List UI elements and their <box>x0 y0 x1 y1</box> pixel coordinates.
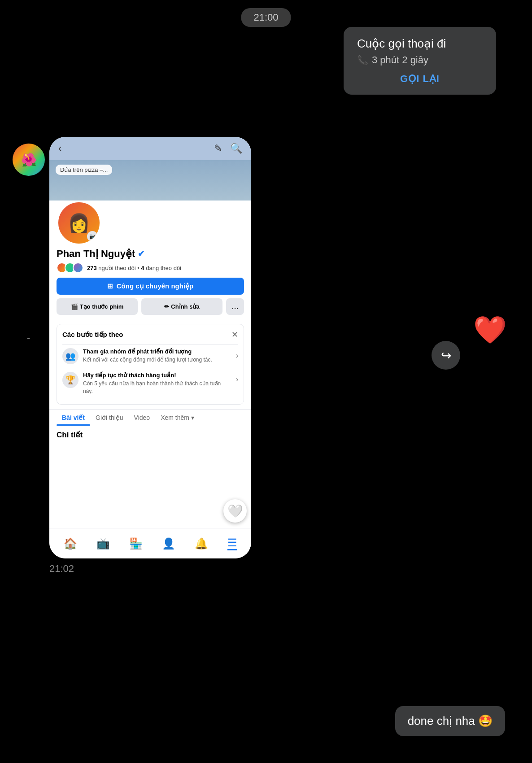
step2-desc: Còn 5 yêu cầu nữa là bạn hoàn thành thử … <box>83 380 231 395</box>
step2-content: Hãy tiếp tục thử thách hàng tuần! Còn 5 … <box>83 372 231 395</box>
time-top: 21:00 <box>241 8 291 27</box>
profile-tabs: Bài viết Giới thiệu Video Xem thêm ▾ <box>49 409 251 426</box>
sender-avatar: 🌺 <box>13 144 45 176</box>
chi-tiet-title: Chi tiết <box>57 430 244 440</box>
share-button[interactable]: ↪ <box>432 341 460 370</box>
more-options-button[interactable]: ... <box>226 298 244 315</box>
grid-icon: ⊞ <box>107 282 113 290</box>
action-buttons-row: 🎬 Tạo thước phim ✏ Chỉnh sửa ... <box>57 298 244 315</box>
profile-section: 👩 📷 Phan Thị Nguyệt ✔ 273 người theo dõi… <box>49 201 251 319</box>
recall-button[interactable]: GỌI LẠI <box>357 73 483 85</box>
step2-title: Hãy tiếp tục thử thách hàng tuần! <box>83 372 231 379</box>
followers-row: 273 người theo dõi • 4 đang theo dõi <box>57 262 244 273</box>
back-icon[interactable]: ‹ <box>58 143 61 154</box>
search-icon[interactable]: 🔍 <box>230 143 242 154</box>
phone-top-bar: ‹ ✎ 🔍 <box>49 137 251 160</box>
step1-icon: 👥 <box>62 348 78 364</box>
profile-avatar: 👩 📷 <box>57 201 101 245</box>
next-steps-title: Các bước tiếp theo <box>62 331 123 339</box>
follower-avatar-3 <box>73 262 83 273</box>
done-bubble: done chị nha 🤩 <box>395 706 505 736</box>
profile-name: Phan Thị Nguyệt ✔ <box>57 248 244 260</box>
edit-icon[interactable]: ✎ <box>214 143 222 154</box>
home-nav-icon[interactable]: 🏠 <box>64 537 77 550</box>
cover-label: Dứa trên pizza –... <box>56 165 112 175</box>
call-duration: 📞 3 phút 2 giây <box>357 54 483 66</box>
followers-text: 273 người theo dõi • 4 đang theo dõi <box>87 265 181 271</box>
step1-content: Tham gia nhóm để phát triển đối tượng Kế… <box>83 348 231 364</box>
top-bar-actions: ✎ 🔍 <box>214 143 242 154</box>
tab-bai-viet[interactable]: Bài viết <box>57 410 90 426</box>
dash-separator: - <box>27 332 30 344</box>
next-step-item-2[interactable]: 🏆 Hãy tiếp tục thử thách hàng tuần! Còn … <box>62 368 238 399</box>
create-reel-button[interactable]: 🎬 Tạo thước phim <box>57 298 138 315</box>
reel-icon: 🎬 <box>71 303 78 310</box>
tab-xem-them[interactable]: Xem thêm ▾ <box>155 410 200 426</box>
pro-tools-button[interactable]: ⊞ Công cụ chuyên nghiệp <box>57 278 244 295</box>
step2-arrow-icon: › <box>236 375 238 384</box>
next-step-item-1[interactable]: 👥 Tham gia nhóm để phát triển đối tượng … <box>62 344 238 368</box>
profile-nav-icon[interactable]: 👤 <box>162 537 175 550</box>
time-phone: 21:02 <box>49 563 74 575</box>
step1-arrow-icon: › <box>236 352 238 360</box>
menu-nav-icon[interactable]: ☰ <box>227 536 237 550</box>
phone-screenshot: ‹ ✎ 🔍 Dứa trên pizza –... 📷 Thêm ảnh bìa… <box>49 137 251 558</box>
video-nav-icon[interactable]: 📺 <box>96 537 110 550</box>
next-steps-header: Các bước tiếp theo ✕ <box>62 330 238 340</box>
heart-fab-button[interactable]: 🤍 <box>223 499 247 523</box>
step1-title: Tham gia nhóm để phát triển đối tượng <box>83 348 231 355</box>
step2-icon: 🏆 <box>62 372 78 388</box>
verified-badge: ✔ <box>138 249 144 259</box>
edit-profile-button[interactable]: ✏ Chỉnh sửa <box>141 298 222 315</box>
bell-nav-icon[interactable]: 🔔 <box>195 537 208 550</box>
step1-desc: Kết nối với các cộng đồng mới để tăng lư… <box>83 356 231 364</box>
call-title: Cuộc gọi thoại đi <box>357 37 483 51</box>
avatar-camera-badge[interactable]: 📷 <box>87 231 98 242</box>
chi-tiet-section: Chi tiết <box>49 426 251 447</box>
pencil-icon: ✏ <box>164 303 169 310</box>
marketplace-nav-icon[interactable]: 🏪 <box>129 537 143 550</box>
tab-gioi-thieu[interactable]: Giới thiệu <box>90 410 129 426</box>
phone-icon: 📞 <box>357 55 368 65</box>
phone-bottom-nav: 🏠 📺 🏪 👤 🔔 ☰ <box>49 528 251 558</box>
next-steps-card: Các bước tiếp theo ✕ 👥 Tham gia nhóm để … <box>57 324 244 405</box>
heart-reaction: ❤️ <box>473 314 507 346</box>
follower-avatars <box>57 262 83 273</box>
tab-video[interactable]: Video <box>129 410 156 426</box>
close-next-steps-button[interactable]: ✕ <box>231 330 238 340</box>
call-bubble: Cuộc gọi thoại đi 📞 3 phút 2 giây GỌI LẠ… <box>344 27 496 95</box>
